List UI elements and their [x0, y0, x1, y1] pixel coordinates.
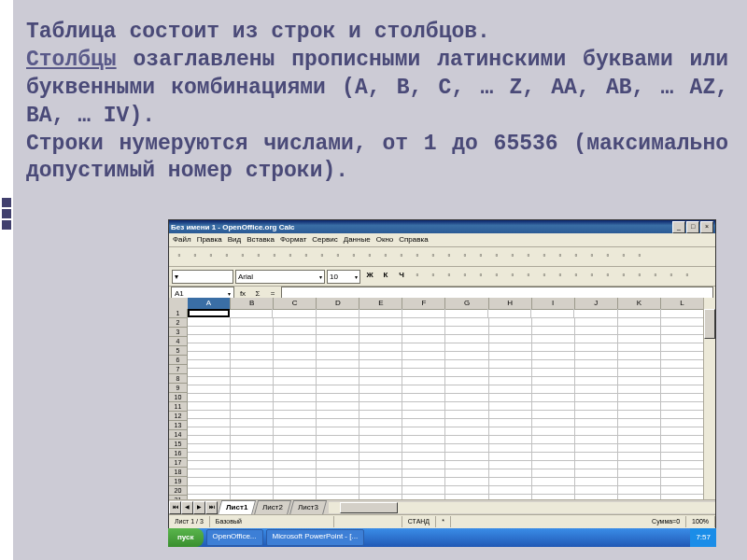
- status-zoom[interactable]: 100%: [686, 516, 715, 527]
- sheet-tab[interactable]: Лист2: [254, 500, 291, 515]
- row-header[interactable]: 20: [169, 486, 188, 496]
- toolbar-button[interactable]: ▫: [505, 249, 520, 264]
- toolbar-button[interactable]: ▫: [235, 249, 250, 264]
- toolbar-button[interactable]: ▫: [331, 249, 345, 264]
- format-button[interactable]: ▫: [473, 269, 488, 284]
- toolbar-button[interactable]: ▫: [172, 249, 187, 264]
- row-header[interactable]: 15: [169, 440, 188, 449]
- format-button[interactable]: ▫: [505, 269, 520, 284]
- menu-item[interactable]: Правка: [197, 233, 222, 246]
- menu-item[interactable]: Формат: [280, 233, 306, 246]
- toolbar-button[interactable]: ▫: [600, 249, 615, 264]
- toolbar-button[interactable]: ▫: [489, 249, 504, 264]
- toolbar-button[interactable]: ▫: [362, 249, 377, 264]
- sheet-tab[interactable]: Лист1: [218, 500, 257, 515]
- toolbar-button[interactable]: ▫: [632, 249, 647, 264]
- format-button[interactable]: ▫: [458, 269, 472, 284]
- row-header[interactable]: 4: [169, 337, 188, 346]
- toolbar-button[interactable]: ▫: [188, 249, 203, 264]
- toolbar-button[interactable]: ▫: [458, 249, 472, 264]
- cell[interactable]: [188, 309, 230, 317]
- toolbar-button[interactable]: ▫: [315, 249, 330, 264]
- toolbar-button[interactable]: ▫: [442, 249, 457, 264]
- sheet-nav-button[interactable]: ◀: [181, 501, 193, 514]
- toolbar-button[interactable]: ▫: [537, 249, 552, 264]
- format-button[interactable]: ▫: [410, 269, 425, 284]
- sheet-nav-button[interactable]: ⏭: [205, 501, 218, 514]
- toolbar-button[interactable]: ▫: [346, 249, 361, 264]
- toolbar-button[interactable]: ▫: [378, 249, 393, 264]
- row-header[interactable]: 9: [169, 384, 188, 393]
- menu-item[interactable]: Окно: [376, 233, 394, 246]
- toolbar-button[interactable]: ▫: [219, 249, 234, 264]
- row-header[interactable]: 17: [169, 458, 188, 468]
- toolbar-button[interactable]: ▫: [283, 249, 298, 264]
- format-button[interactable]: ▫: [632, 269, 647, 284]
- row-header[interactable]: 12: [169, 412, 188, 421]
- taskbar-button[interactable]: OpenOffice...: [206, 529, 263, 546]
- toolbar-button[interactable]: ▫: [426, 249, 441, 264]
- format-button[interactable]: ▫: [537, 269, 552, 284]
- toolbar-button[interactable]: ▫: [299, 249, 314, 264]
- row-header[interactable]: 7: [169, 365, 188, 374]
- menu-item[interactable]: Данные: [344, 233, 371, 246]
- format-button[interactable]: ▫: [648, 269, 663, 284]
- scroll-thumb[interactable]: [340, 502, 398, 513]
- sheet-tab[interactable]: Лист3: [289, 500, 327, 515]
- windows-taskbar[interactable]: пуск OpenOffice...Microsoft PowerPoint -…: [168, 528, 716, 547]
- minimize-button[interactable]: _: [672, 221, 685, 233]
- start-button[interactable]: пуск: [168, 528, 204, 547]
- row-header[interactable]: 1: [169, 309, 188, 318]
- toolbar-button[interactable]: ▫: [394, 249, 409, 264]
- row-header[interactable]: 13: [169, 421, 188, 430]
- toolbar-button[interactable]: ▫: [569, 249, 584, 264]
- toolbar-button[interactable]: ▫: [473, 249, 488, 264]
- row-header[interactable]: 8: [169, 374, 188, 384]
- toolbar-button[interactable]: ▫: [553, 249, 568, 264]
- row-header[interactable]: 3: [169, 328, 188, 337]
- toolbar-button[interactable]: ▫: [616, 249, 631, 264]
- format-button[interactable]: Ч: [394, 269, 409, 284]
- row-header[interactable]: 19: [169, 477, 188, 486]
- sheet-nav-button[interactable]: ⏮: [169, 501, 181, 514]
- menu-item[interactable]: Сервис: [312, 233, 337, 246]
- format-button[interactable]: ▫: [569, 269, 584, 284]
- row-header[interactable]: 6: [169, 356, 188, 365]
- menu-item[interactable]: Вид: [228, 233, 241, 246]
- system-tray[interactable]: 7:57: [690, 528, 716, 547]
- style-combo[interactable]: ▾: [172, 270, 233, 284]
- cells-area[interactable]: [188, 309, 704, 500]
- close-button[interactable]: ×: [700, 221, 713, 233]
- format-button[interactable]: ▫: [521, 269, 536, 284]
- row-header[interactable]: 11: [169, 402, 188, 412]
- toolbar-button[interactable]: ▫: [267, 249, 282, 264]
- format-button[interactable]: ▫: [553, 269, 568, 284]
- vertical-scrollbar[interactable]: [703, 298, 715, 500]
- format-button[interactable]: Ж: [362, 269, 377, 284]
- toolbar-button[interactable]: ▫: [204, 249, 218, 264]
- toolbar-button[interactable]: ▫: [521, 249, 536, 264]
- row-header[interactable]: 18: [169, 468, 188, 477]
- format-button[interactable]: ▫: [426, 269, 441, 284]
- row-header[interactable]: 2: [169, 318, 188, 328]
- format-button[interactable]: ▫: [664, 269, 679, 284]
- scroll-thumb[interactable]: [704, 309, 715, 339]
- size-combo[interactable]: 10▾: [327, 270, 360, 284]
- format-button[interactable]: ▫: [616, 269, 631, 284]
- row-header[interactable]: 14: [169, 430, 188, 440]
- maximize-button[interactable]: □: [686, 221, 699, 233]
- toolbar-button[interactable]: ▫: [251, 249, 266, 264]
- menu-item[interactable]: Файл: [173, 233, 191, 246]
- format-button[interactable]: ▫: [442, 269, 457, 284]
- format-button[interactable]: ▫: [585, 269, 599, 284]
- format-button[interactable]: ▫: [680, 269, 695, 284]
- format-button[interactable]: К: [378, 269, 393, 284]
- menu-item[interactable]: Справка: [399, 233, 428, 246]
- format-button[interactable]: ▫: [489, 269, 504, 284]
- format-button[interactable]: ▫: [600, 269, 615, 284]
- sheet-nav-button[interactable]: ▶: [193, 501, 205, 514]
- menu-item[interactable]: Вставка: [247, 233, 275, 246]
- row-header[interactable]: 10: [169, 393, 188, 402]
- row-header[interactable]: 16: [169, 449, 188, 458]
- row-header[interactable]: 5: [169, 346, 188, 356]
